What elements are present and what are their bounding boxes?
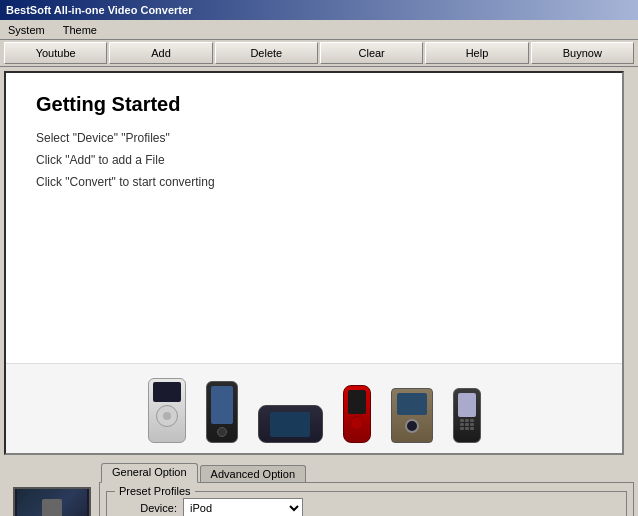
- step-2: Click "Add" to add a File: [36, 153, 592, 167]
- preset-profiles-group: Preset Profiles Device: iPod iPhone PSP …: [106, 491, 627, 516]
- getting-started-title: Getting Started: [36, 93, 592, 116]
- clear-button[interactable]: Clear: [320, 42, 423, 64]
- tab-content-general: Preset Profiles Device: iPod iPhone PSP …: [99, 482, 634, 516]
- menu-system[interactable]: System: [4, 23, 49, 37]
- options-area: General Option Advanced Option Preset Pr…: [0, 459, 638, 516]
- iphone-icon: [206, 381, 238, 443]
- psp-icon: [258, 405, 323, 443]
- preset-legend: Preset Profiles: [115, 485, 195, 497]
- window-title: BestSoft All-in-one Video Converter: [6, 4, 192, 16]
- mobile-phone-icon: [453, 388, 481, 443]
- delete-button[interactable]: Delete: [215, 42, 318, 64]
- device-label: Device:: [117, 502, 177, 514]
- tab-general[interactable]: General Option: [101, 463, 198, 483]
- ipod-nano-icon: [343, 385, 371, 443]
- menu-bar: System Theme: [0, 20, 638, 40]
- camera-icon: [391, 388, 433, 443]
- main-area: Getting Started Select "Device" "Profile…: [0, 67, 638, 459]
- toolbar: Youtube Add Delete Clear Help Buynow: [0, 40, 638, 67]
- device-select[interactable]: iPod iPhone PSP Zune AVI MP4: [183, 498, 303, 516]
- thumbnail: [13, 487, 91, 517]
- tabs-bar: General Option Advanced Option: [99, 461, 634, 482]
- help-button[interactable]: Help: [425, 42, 528, 64]
- add-button[interactable]: Add: [109, 42, 212, 64]
- ipod-classic-icon: [148, 378, 186, 443]
- preview-panel: Getting Started Select "Device" "Profile…: [4, 71, 624, 455]
- step-1: Select "Device" "Profiles": [36, 131, 592, 145]
- options-panel: General Option Advanced Option Preset Pr…: [99, 461, 634, 516]
- thumbnail-area: [4, 461, 99, 516]
- getting-started-section: Getting Started Select "Device" "Profile…: [6, 73, 622, 363]
- menu-theme[interactable]: Theme: [59, 23, 101, 37]
- step-3: Click "Convert" to start converting: [36, 175, 592, 189]
- youtube-button[interactable]: Youtube: [4, 42, 107, 64]
- buynow-button[interactable]: Buynow: [531, 42, 634, 64]
- tab-advanced[interactable]: Advanced Option: [200, 465, 306, 482]
- thumb-image: [17, 489, 87, 517]
- device-row: Device: iPod iPhone PSP Zune AVI MP4: [117, 498, 616, 516]
- title-bar: BestSoft All-in-one Video Converter: [0, 0, 638, 20]
- device-images-row: [6, 363, 622, 453]
